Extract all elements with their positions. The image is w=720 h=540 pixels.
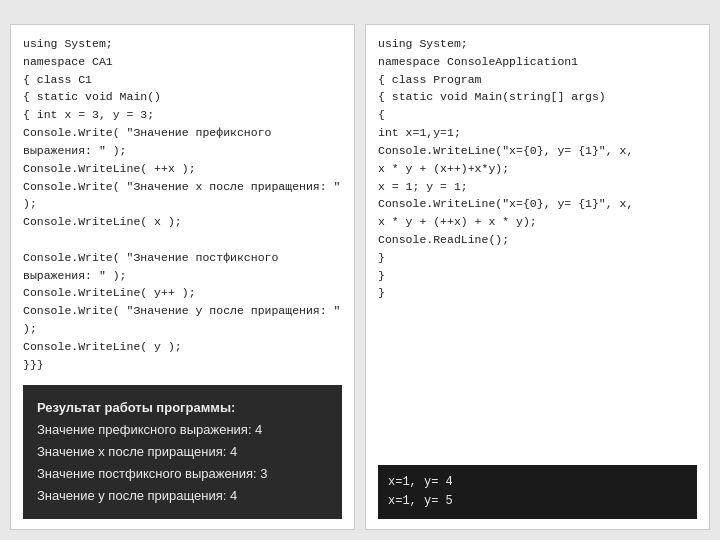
- code-line: namespace CA1: [23, 53, 342, 71]
- code-line: Console.WriteLine( x );: [23, 213, 342, 231]
- code-line: Console.Write( "Значение y после прираще…: [23, 302, 342, 338]
- terminal-line: x=1, y= 5: [388, 492, 687, 511]
- result-line: Значение y после приращения: 4: [37, 485, 328, 507]
- code-line: { static void Main(): [23, 88, 342, 106]
- code-line: Console.Write( "Значение постфиксного вы…: [23, 249, 342, 285]
- code-line: Console.Write( "Значение x после прираще…: [23, 178, 342, 214]
- code-line: Console.WriteLine( ++x );: [23, 160, 342, 178]
- right-code-block: using System;namespace ConsoleApplicatio…: [378, 35, 697, 465]
- result-title: Результат работы программы:: [37, 397, 328, 419]
- header: [0, 0, 720, 24]
- terminal-line: x=1, y= 4: [388, 473, 687, 492]
- code-line: x = 1; y = 1;: [378, 178, 697, 196]
- code-line: Console.WriteLine( y++ );: [23, 284, 342, 302]
- code-line: x * y + (x++)+x*y);: [378, 160, 697, 178]
- code-line: { class Program: [378, 71, 697, 89]
- code-line: using System;: [23, 35, 342, 53]
- code-line: {: [378, 106, 697, 124]
- code-line: { int x = 3, y = 3;: [23, 106, 342, 124]
- code-line: Console.Write( "Значение префиксного выр…: [23, 124, 342, 160]
- left-code-panel: using System;namespace CA1{ class C1 { s…: [10, 24, 355, 530]
- code-line: }: [378, 249, 697, 267]
- code-line: Console.ReadLine();: [378, 231, 697, 249]
- code-line: }: [378, 267, 697, 285]
- page: using System;namespace CA1{ class C1 { s…: [0, 0, 720, 540]
- right-code-panel: using System;namespace ConsoleApplicatio…: [365, 24, 710, 530]
- code-line: Console.WriteLine("x={0}, y= {1}", x,: [378, 142, 697, 160]
- result-line: Значение постфиксного выражения: 3: [37, 463, 328, 485]
- code-line: [23, 231, 342, 249]
- result-line: Значение x после приращения: 4: [37, 441, 328, 463]
- result-line: Значение префиксного выражения: 4: [37, 419, 328, 441]
- code-line: { class C1: [23, 71, 342, 89]
- content-area: using System;namespace CA1{ class C1 { s…: [0, 24, 720, 540]
- terminal-box: x=1, y= 4x=1, y= 5: [378, 465, 697, 519]
- code-line: }}}: [23, 356, 342, 374]
- result-box: Результат работы программы:Значение преф…: [23, 385, 342, 519]
- code-line: int x=1,y=1;: [378, 124, 697, 142]
- left-code-block: using System;namespace CA1{ class C1 { s…: [23, 35, 342, 377]
- code-line: }: [378, 284, 697, 302]
- code-line: x * y + (++x) + x * y);: [378, 213, 697, 231]
- code-line: using System;: [378, 35, 697, 53]
- code-line: { static void Main(string[] args): [378, 88, 697, 106]
- code-line: Console.WriteLine( y );: [23, 338, 342, 356]
- code-line: Console.WriteLine("x={0}, y= {1}", x,: [378, 195, 697, 213]
- code-line: namespace ConsoleApplication1: [378, 53, 697, 71]
